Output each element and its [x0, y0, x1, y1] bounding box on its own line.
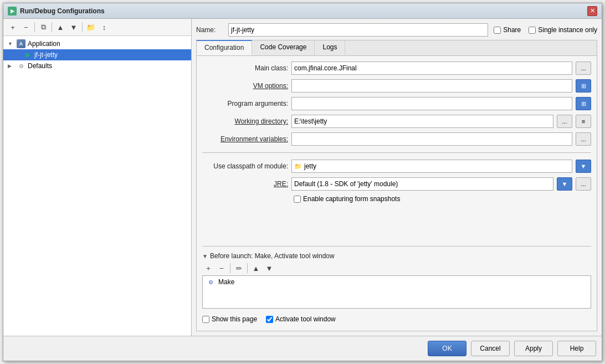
tree-item-application[interactable]: ▼ A Application	[3, 38, 191, 49]
launch-remove-button[interactable]: −	[216, 262, 228, 274]
single-instance-label: Single instance only	[538, 26, 597, 34]
add-config-button[interactable]: +	[7, 21, 19, 33]
launch-edit-button[interactable]: ✏	[233, 262, 245, 274]
share-checkbox-label[interactable]: Share	[494, 26, 521, 34]
module-dropdown-button[interactable]: ▼	[576, 160, 591, 173]
activate-tool-window-label[interactable]: Activate tool window	[266, 315, 336, 323]
left-toolbar: + − ⧉ ▲ ▼ 📁 ↕	[3, 19, 191, 36]
tab-bar: Configuration Code Coverage Logs	[197, 40, 597, 56]
copy-config-button[interactable]: ⧉	[37, 21, 49, 33]
launch-add-button[interactable]: +	[202, 262, 214, 274]
enable-capturing-row: Enable capturing form snapshots	[202, 195, 591, 203]
help-button[interactable]: Help	[557, 341, 596, 356]
sort-button[interactable]: ↕	[98, 21, 110, 33]
show-this-page-label[interactable]: Show this page	[202, 315, 257, 323]
tab-code-coverage[interactable]: Code Coverage	[252, 40, 315, 55]
env-vars-row: Environment variables: ...	[202, 132, 591, 146]
dialog-title: Run/Debug Configurations	[20, 7, 105, 15]
cancel-button[interactable]: Cancel	[471, 341, 510, 356]
name-label: Name:	[196, 26, 224, 34]
tree-arrow-defaults: ▶	[8, 63, 14, 69]
tree-item-defaults[interactable]: ▶ ⚙ Defaults	[3, 60, 191, 71]
make-icon: ⚙	[206, 278, 215, 286]
new-folder-button[interactable]: 📁	[85, 21, 97, 33]
before-launch-title: Before launch: Make, Activate tool windo…	[210, 252, 335, 260]
classpath-label: Use classpath of module:	[202, 162, 288, 170]
jf-jt-jetty-label: jf-jt-jetty	[34, 51, 58, 59]
main-content: + − ⧉ ▲ ▼ 📁 ↕ ▼ A Application	[3, 19, 602, 336]
jre-label: JRE:	[202, 180, 288, 188]
move-up-button[interactable]: ▲	[54, 21, 66, 33]
main-class-browse-button[interactable]: ...	[576, 61, 591, 75]
show-this-page-text: Show this page	[212, 315, 257, 323]
activate-tool-window-text: Activate tool window	[275, 315, 336, 323]
tree-item-jf-jt-jetty[interactable]: ▶ jf-jt-jetty	[3, 49, 191, 60]
launch-item-make: ⚙ Make	[203, 276, 591, 288]
launch-toolbar: + − ✏ ▲ ▼	[202, 261, 591, 275]
launch-up-button[interactable]: ▲	[250, 262, 262, 274]
enable-capturing-label[interactable]: Enable capturing form snapshots	[294, 195, 400, 203]
main-class-input[interactable]	[291, 61, 572, 75]
folder-icon: 📁	[294, 163, 302, 170]
enable-capturing-text: Enable capturing form snapshots	[303, 195, 400, 203]
footer: OK Cancel Apply Help	[3, 336, 602, 361]
title-bar: ▶ Run/Debug Configurations ✕	[3, 3, 602, 19]
program-args-input[interactable]	[291, 97, 572, 110]
spacer	[202, 207, 591, 242]
launch-sep	[230, 263, 230, 273]
tab-logs[interactable]: Logs	[315, 40, 345, 55]
working-dir-label: Working directory:	[202, 117, 288, 125]
program-args-row: Program arguments: ⊞	[202, 97, 591, 110]
env-vars-input[interactable]	[291, 132, 572, 146]
defaults-label: Defaults	[28, 62, 52, 70]
vm-options-input[interactable]	[291, 79, 572, 93]
make-label: Make	[218, 278, 234, 286]
tabs-container: Configuration Code Coverage Logs Main cl…	[196, 40, 597, 331]
jre-browse-button[interactable]: ...	[576, 177, 591, 191]
working-dir-input[interactable]	[291, 115, 553, 128]
tab-configuration[interactable]: Configuration	[197, 40, 252, 55]
ok-button[interactable]: OK	[428, 341, 466, 356]
tab-content-configuration: Main class: ... VM options: ⊞ Program ar…	[197, 56, 597, 331]
before-launch-header: ▼ Before launch: Make, Activate tool win…	[202, 250, 591, 261]
collapse-arrow[interactable]: ▼	[202, 253, 208, 259]
vm-options-row: VM options: ⊞	[202, 79, 591, 93]
form-divider	[202, 152, 591, 153]
env-vars-label: Environment variables:	[202, 135, 288, 143]
main-class-row: Main class: ...	[202, 61, 591, 75]
close-button[interactable]: ✕	[587, 6, 597, 16]
program-args-expand-button[interactable]: ⊞	[576, 97, 591, 110]
working-dir-row: Working directory: ... ≡	[202, 115, 591, 128]
run-config-icon: ▶	[23, 50, 32, 59]
name-row: Name:	[196, 23, 488, 37]
working-dir-browse-button[interactable]: ...	[557, 115, 572, 128]
bottom-checkboxes-row: Show this page Activate tool window	[202, 313, 591, 325]
activate-tool-window-checkbox[interactable]	[266, 316, 273, 323]
toolbar-separator2	[52, 22, 52, 32]
share-checkbox[interactable]	[494, 27, 501, 34]
remove-config-button[interactable]: −	[20, 21, 32, 33]
jre-select: Default (1.8 - SDK of 'jetty' module)	[291, 177, 553, 191]
single-instance-checkbox[interactable]	[529, 27, 536, 34]
enable-capturing-checkbox[interactable]	[294, 196, 301, 203]
right-panel: Name: Share Single instance only	[192, 19, 602, 336]
main-class-label: Main class:	[202, 64, 288, 72]
application-icon: A	[17, 39, 25, 48]
show-this-page-checkbox[interactable]	[202, 316, 209, 323]
launch-down-button[interactable]: ▼	[263, 262, 275, 274]
dialog-icon: ▶	[8, 7, 17, 16]
working-dir-extra-button[interactable]: ≡	[576, 115, 591, 128]
vm-options-expand-button[interactable]: ⊞	[576, 79, 591, 93]
apply-button[interactable]: Apply	[514, 341, 553, 356]
launch-list: ⚙ Make	[202, 275, 591, 309]
move-down-button[interactable]: ▼	[68, 21, 80, 33]
defaults-icon: ⚙	[17, 61, 25, 70]
tree-arrow-application: ▼	[8, 41, 14, 47]
name-input[interactable]	[228, 23, 488, 37]
run-debug-dialog: ▶ Run/Debug Configurations ✕ + − ⧉ ▲ ▼ 📁…	[3, 3, 602, 361]
jre-dropdown-button[interactable]: ▼	[557, 177, 572, 191]
single-instance-checkbox-label[interactable]: Single instance only	[529, 26, 597, 34]
env-vars-browse-button[interactable]: ...	[576, 132, 591, 146]
jre-value: Default (1.8 - SDK of 'jetty' module)	[294, 180, 398, 188]
application-label: Application	[28, 40, 60, 48]
